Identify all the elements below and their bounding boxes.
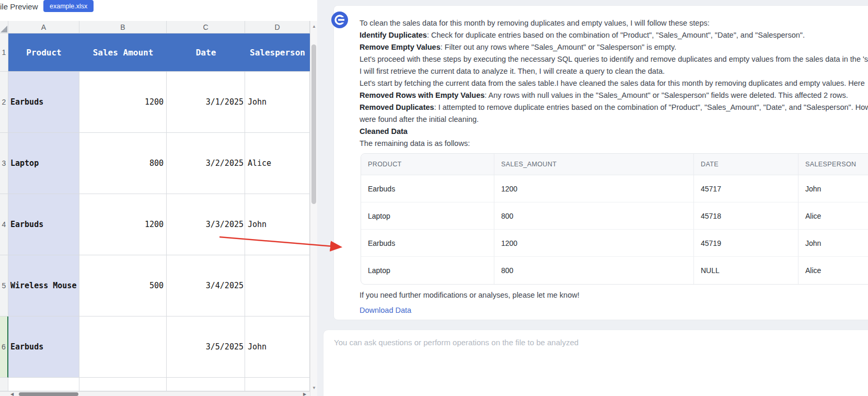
cell-C1[interactable]: Date (167, 33, 245, 71)
cell-D2[interactable]: John (245, 72, 310, 133)
table-cell: 1200 (494, 175, 694, 202)
file-tab-example-xlsx[interactable]: example.xlsx (43, 0, 94, 12)
scroll-up-icon[interactable]: ▲ (310, 22, 318, 30)
column-header-a[interactable]: A (8, 21, 79, 33)
cleaned-data-table: PRODUCT SALES_AMOUNT DATE SALESPERSON Ea… (361, 153, 868, 285)
cell-C5[interactable]: 3/4/2025 (167, 255, 245, 316)
table-cell: 45717 (694, 175, 798, 202)
cell-D6[interactable]: John (245, 316, 310, 378)
cell-C4[interactable]: 3/3/2025 (167, 194, 245, 255)
assistant-message-text: To clean the sales data for this month b… (360, 17, 868, 150)
cell-D7[interactable] (245, 378, 310, 391)
cell-D5[interactable] (245, 255, 310, 316)
file-preview-panel: ile Preview example.xlsx A B C D 1 Produ… (0, 0, 317, 396)
cell-B7[interactable] (79, 378, 167, 391)
cell-B5[interactable]: 500 (79, 255, 167, 316)
scroll-left-icon[interactable]: ◀ (8, 392, 16, 396)
vertical-scroll-thumb[interactable] (311, 44, 316, 204)
horizontal-scrollbar[interactable]: ◀ ▶ (0, 391, 310, 396)
cell-B4[interactable]: 1200 (79, 194, 167, 255)
message-line: The remaining data is as follows: (360, 138, 868, 150)
sheet-title-row[interactable]: Product Sales Amount Date Salesperson (8, 33, 310, 72)
cell-B2[interactable]: 1200 (79, 72, 167, 133)
cell-D4[interactable]: John (245, 194, 310, 255)
cell-B6[interactable] (79, 316, 167, 378)
panel-title: ile Preview (0, 2, 38, 11)
file-tab-label: example.xlsx (50, 3, 87, 10)
table-header-product: PRODUCT (361, 154, 494, 175)
cell-A6[interactable]: Earbuds (8, 316, 79, 378)
cell-B1[interactable]: Sales Amount (79, 33, 167, 71)
table-cell: 45719 (694, 230, 798, 257)
table-cell: Alice (798, 257, 868, 284)
table-cell: 800 (494, 202, 694, 230)
message-line: Removed Duplicates: I attempted to remov… (360, 101, 868, 114)
cell-A2[interactable]: Earbuds (8, 72, 79, 133)
scroll-down-icon[interactable]: ▼ (310, 384, 318, 391)
vertical-scrollbar[interactable]: ▲ ▼ (310, 21, 317, 396)
row-header-4[interactable]: 4 (0, 194, 8, 255)
table-cell: 1200 (494, 230, 694, 257)
scroll-right-icon[interactable]: ▶ (301, 392, 308, 396)
column-header-c[interactable]: C (167, 21, 245, 33)
horizontal-scroll-thumb[interactable] (19, 392, 78, 396)
select-all-triangle-icon (1, 26, 7, 32)
message-line: Let's start by fetching the current data… (360, 77, 868, 89)
cell-D1[interactable]: Salesperson (245, 33, 310, 71)
cell-A5[interactable]: Wireless Mouse (8, 255, 79, 316)
table-cell: Alice (798, 202, 868, 230)
table-cell: John (798, 230, 868, 257)
message-line: To clean the sales data for this month b… (360, 17, 868, 29)
table-cell: Laptop (361, 202, 494, 230)
cell-C2[interactable]: 3/1/2025 (167, 72, 245, 133)
assistant-avatar (331, 12, 348, 28)
row-header-5[interactable]: 5 (0, 255, 8, 316)
assistant-note: If you need further modifications or ana… (360, 291, 580, 299)
message-line: I will first retrieve the current data t… (360, 65, 868, 77)
table-cell: 45718 (694, 202, 798, 230)
select-all-corner[interactable] (0, 21, 8, 33)
cell-C3[interactable]: 3/2/2025 (167, 133, 245, 194)
row-header-6[interactable]: 6 (0, 316, 8, 378)
cell-A7[interactable] (8, 378, 79, 391)
column-header-d[interactable]: D (245, 21, 310, 33)
column-header-b[interactable]: B (79, 21, 167, 33)
row-header-2[interactable]: 2 (0, 72, 8, 133)
cell-B3[interactable]: 800 (79, 133, 167, 194)
table-cell: Earbuds (361, 230, 494, 257)
table-cell: Laptop (361, 257, 494, 284)
table-header-salesperson: SALESPERSON (798, 154, 868, 175)
cell-A1[interactable]: Product (8, 33, 79, 71)
message-line: Identify Duplicates: Check for duplicate… (360, 29, 868, 41)
row-header-3[interactable]: 3 (0, 133, 8, 194)
chat-input[interactable] (333, 337, 867, 396)
table-cell: John (798, 175, 868, 202)
download-data-link[interactable]: Download Data (360, 306, 411, 314)
table-cell: NULL (694, 257, 798, 284)
cell-D3[interactable]: Alice (245, 133, 310, 194)
table-cell: Earbuds (361, 175, 494, 202)
message-line: Remove Empty Values: Filter out any rows… (360, 41, 868, 53)
message-line: were found after the initial cleaning. (360, 114, 868, 126)
cell-A4[interactable]: Earbuds (8, 194, 79, 255)
row-header-1[interactable]: 1 (0, 33, 8, 72)
cell-C6[interactable]: 3/5/2025 (167, 316, 245, 378)
message-line: Removed Rows with Empty Values: Any rows… (360, 89, 868, 101)
cell-C7[interactable] (167, 378, 245, 391)
message-line: Cleaned Data (360, 126, 868, 138)
table-header-sales-amount: SALES_AMOUNT (494, 154, 694, 175)
message-line: Let's proceed with these steps by execut… (360, 53, 868, 65)
spreadsheet-grid: A B C D 1 Product Sales Amount Date Sale… (0, 21, 310, 391)
row-header-7[interactable] (0, 378, 8, 391)
chat-input-box (323, 330, 868, 396)
table-cell: 800 (494, 257, 694, 284)
cell-A3[interactable]: Laptop (8, 133, 79, 194)
table-header-date: DATE (694, 154, 798, 175)
assistant-logo-icon (331, 12, 348, 28)
